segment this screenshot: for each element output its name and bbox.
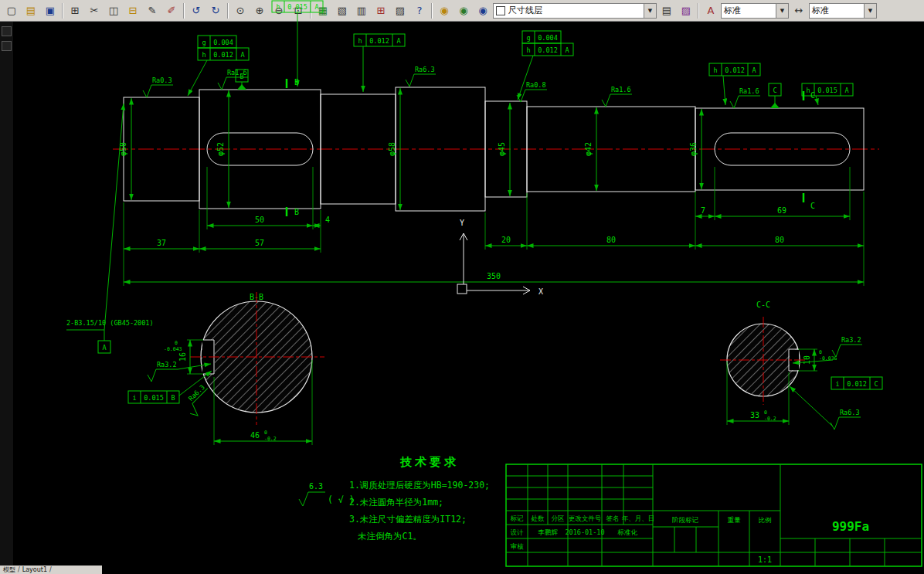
dim-dia-6: φ36 [689, 142, 698, 156]
tb-header: 标记 [511, 515, 525, 522]
dim-80b: 80 [775, 236, 784, 244]
cad-window: ▢ ▤ ▣ ⊞ ✂ ◫ ⊟ ✎ ✐ ↺ ↻ ⊙ ⊕ ⊖ ⊡ ▦ ▧ ▥ ⊞ ▨ … [0, 0, 924, 574]
gdt-symbol: g [202, 39, 206, 46]
gdt-datum: A [752, 66, 756, 74]
gdt-datum: A [844, 87, 848, 94]
tab-layout1[interactable]: Layout1 [22, 566, 47, 573]
gdt-value: 0.012 [369, 37, 389, 45]
title-block: 标记 处数 分区 更改文件号 签名 年、月、日 设计 李鹏辉 2016-01-1… [506, 464, 922, 566]
gdt-value: 0.012 [213, 51, 233, 59]
ucs-icon: X Y [457, 219, 543, 296]
note-text: 2-B3.15/10 (GB45-2001) [66, 319, 154, 327]
section-cc-title: C-C [756, 301, 770, 309]
dim-keyway-end: 4 [325, 216, 330, 224]
roughness-label: Ra1.6 [227, 69, 247, 76]
axis-x-label: X [538, 287, 543, 296]
tb-check-label: 审核 [511, 542, 525, 550]
gdt-value: 0.004 [213, 39, 233, 46]
tb-weight-label: 重量 [728, 516, 742, 524]
tb-scale-value: 1:1 [758, 555, 772, 564]
tb-designer: 李鹏辉 [538, 528, 558, 536]
gdt-datum: B [171, 394, 175, 402]
tolerance-lower: -0.043 [164, 346, 182, 352]
tb-stage-label: 阶段标记 [672, 516, 699, 524]
tb-header: 分区 [552, 515, 565, 522]
roughness-label: Ra3.2 [841, 336, 861, 344]
section-bb-width: 46 [250, 431, 260, 440]
gdt-datum: A [396, 37, 400, 45]
section-cut-marks: B B C C [287, 78, 815, 216]
tolerance-upper: 0 [764, 409, 767, 416]
dim-69: 69 [777, 206, 786, 215]
roughness-label: Ra1.6 [739, 87, 759, 95]
dim-80a: 80 [606, 236, 616, 244]
tech-req-item: 1.调质处理后硬度为HB=190-230; [349, 480, 490, 491]
tolerance-upper: 0 [175, 340, 178, 346]
section-cc: C-C 33 0 -0.2 10 0 -0.036 Ra3.2 i 0.012 … [720, 301, 882, 430]
roughness-label: Ra3.2 [157, 361, 177, 369]
layout-tabs: 模型 / Layout1 / [0, 566, 102, 574]
tb-header: 更改文件号 [569, 515, 602, 522]
gdt-value: 0.012 [847, 380, 867, 388]
section-mark-b: B [294, 78, 299, 87]
dim-20: 20 [501, 236, 511, 244]
dim-dia-3: φ58 [388, 142, 396, 156]
roughness-label: Ra0.3 [152, 76, 172, 84]
gdt-symbol: h [202, 51, 206, 59]
tb-header: 年、月、日 [622, 515, 655, 522]
roughness-label: Ra6.3 [840, 409, 860, 416]
gdt-value: 0.015 [144, 394, 164, 402]
gdt-symbol: i [835, 380, 839, 388]
gdt-datum: C [874, 380, 878, 388]
roughness-label: Ra0.8 [526, 81, 546, 89]
axis-y-label: Y [460, 219, 464, 227]
dim-keyway-length: 50 [255, 216, 264, 224]
datum-a: A [102, 344, 106, 352]
tolerance-lower: -0.2 [764, 416, 776, 422]
gdt-symbol: h [526, 46, 530, 54]
tolerance-upper: 0 [819, 349, 822, 355]
tab-separator: / [49, 566, 52, 573]
tb-design-label: 设计 [511, 528, 525, 536]
dim-dia-5: φ42 [584, 142, 593, 156]
tb-scale-label: 比例 [759, 516, 772, 524]
tb-drawing-number: 999Fa [832, 519, 869, 534]
general-roughness: 6.3 [309, 482, 323, 491]
datum-c: C [773, 87, 776, 94]
gdt-symbol: i [132, 394, 136, 402]
section-mark-b: B [294, 208, 299, 216]
gdt-value: 0.015 [817, 87, 837, 94]
dim-total-length: 350 [487, 272, 501, 280]
tech-req-item: 未注倒角为C1。 [358, 531, 422, 542]
dim-37: 37 [157, 239, 166, 247]
gdt-datum: A [240, 51, 244, 59]
tolerance-upper: 0 [264, 430, 267, 436]
gdt-symbol: h [358, 37, 362, 45]
gdt-symbol: g [526, 34, 530, 42]
roughness-label: Ra1.6 [611, 86, 631, 93]
gdt-symbol: h [276, 3, 280, 11]
dimension-lines [124, 88, 864, 282]
tab-separator: / [18, 566, 20, 573]
gdt-symbol: h [713, 66, 717, 74]
drawing-canvas[interactable]: 50 4 37 57 20 80 80 350 7 69 φ50 φ52 φ58… [0, 0, 924, 574]
dim-57: 57 [255, 239, 264, 247]
gdt-value: 0.015 [287, 3, 307, 11]
tb-standardize: 标准化 [617, 528, 637, 536]
dim-7: 7 [701, 206, 705, 215]
tab-model[interactable]: 模型 [3, 566, 15, 574]
tech-req-item: 3.未注尺寸偏差精度为IT12; [349, 514, 467, 525]
dim-dia-4: φ45 [498, 142, 506, 156]
center-hole-note: 2-B3.15/10 (GB45-2001) [66, 104, 154, 341]
tb-date: 2016-01-10 [565, 528, 604, 536]
general-roughness-suffix: ( √ ) [328, 494, 355, 505]
tb-header: 处数 [532, 515, 545, 522]
tech-req-title: 技术要求 [399, 455, 459, 469]
extension-lines [124, 167, 864, 286]
tolerance-lower: -0.2 [264, 436, 277, 442]
section-bb-depth: 16 [178, 352, 187, 362]
gdt-value: 0.012 [725, 66, 745, 74]
section-mark-c: C [810, 91, 815, 100]
gdt-value: 0.004 [538, 34, 558, 42]
tb-header: 签名 [606, 515, 620, 522]
